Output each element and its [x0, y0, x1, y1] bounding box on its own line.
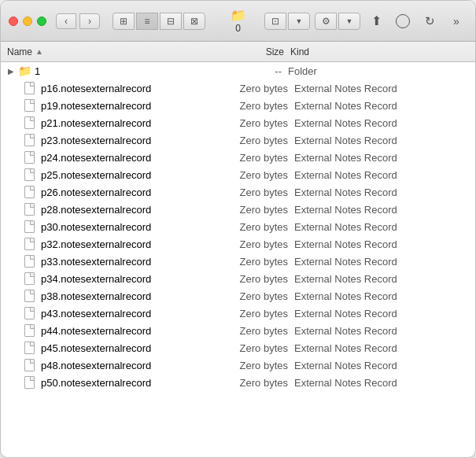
column-view-button[interactable]: ⊟: [160, 13, 182, 30]
file-name: p30.notesexternalrecord: [41, 221, 216, 233]
gear-chevron-icon: ▼: [346, 17, 353, 25]
folder-kind: Folder: [288, 65, 469, 77]
file-size: Zero bytes: [216, 169, 294, 181]
close-button[interactable]: [9, 17, 18, 26]
file-icon: [24, 220, 35, 233]
file-icon: [24, 168, 35, 181]
file-name: p43.notesexternalrecord: [41, 308, 216, 319]
file-kind: External Notes Record: [294, 377, 469, 389]
arrange-button[interactable]: ⊡: [264, 13, 286, 30]
file-row[interactable]: p50.notesexternalrecordZero bytesExterna…: [1, 374, 475, 391]
folder-icon: 📁: [231, 8, 246, 23]
arrange-icon: ⊡: [271, 16, 279, 27]
file-size: Zero bytes: [216, 83, 294, 94]
gallery-view-icon: ⊠: [190, 16, 198, 27]
file-name: p33.notesexternalrecord: [41, 256, 216, 268]
file-row[interactable]: p23.notesexternalrecordZero bytesExterna…: [1, 131, 475, 149]
file-size: Zero bytes: [216, 117, 294, 129]
toolbar-right: ⊡ ▼ ⚙ ▼ ⬆ ↻: [264, 13, 467, 30]
kind-label: Kind: [290, 46, 309, 57]
file-size: Zero bytes: [216, 377, 294, 389]
maximize-button[interactable]: [37, 17, 46, 26]
file-name: p24.notesexternalrecord: [41, 152, 216, 164]
file-row[interactable]: p34.notesexternalrecordZero bytesExterna…: [1, 270, 475, 287]
file-row[interactable]: p45.notesexternalrecordZero bytesExterna…: [1, 339, 475, 356]
file-name: p34.notesexternalrecord: [41, 273, 216, 285]
action-buttons: ⚙ ▼: [315, 13, 360, 30]
file-icon: [24, 359, 35, 371]
finder-window: ‹ › ⊞ ≡ ⊟ ⊠ 📁 0: [0, 0, 476, 458]
file-row[interactable]: p26.notesexternalrecordZero bytesExterna…: [1, 183, 475, 201]
file-row[interactable]: p30.notesexternalrecordZero bytesExterna…: [1, 218, 475, 235]
file-kind: External Notes Record: [294, 152, 469, 164]
file-size: Zero bytes: [216, 342, 294, 354]
tag-button[interactable]: [392, 13, 414, 30]
file-icon: [24, 203, 35, 216]
gear-button[interactable]: ⚙: [315, 13, 337, 30]
back-button[interactable]: ‹: [56, 13, 76, 29]
size-column-header[interactable]: Size: [212, 46, 290, 57]
file-row[interactable]: p44.notesexternalrecordZero bytesExterna…: [1, 322, 475, 339]
gallery-view-button[interactable]: ⊠: [183, 13, 205, 30]
file-row[interactable]: p32.notesexternalrecordZero bytesExterna…: [1, 235, 475, 253]
file-icon: [24, 99, 35, 112]
file-icon: [24, 290, 35, 302]
file-icon: [24, 134, 35, 146]
file-row[interactable]: p21.notesexternalrecordZero bytesExterna…: [1, 114, 475, 131]
file-icon: [24, 324, 35, 337]
file-name: p28.notesexternalrecord: [41, 204, 216, 216]
file-kind: External Notes Record: [294, 325, 469, 337]
file-size: Zero bytes: [216, 204, 294, 216]
file-row[interactable]: p43.notesexternalrecordZero bytesExterna…: [1, 305, 475, 322]
file-name: p38.notesexternalrecord: [41, 290, 216, 302]
list-view-button[interactable]: ≡: [136, 13, 158, 30]
more-button[interactable]: »: [445, 13, 467, 30]
file-size: Zero bytes: [216, 187, 294, 198]
file-row[interactable]: p24.notesexternalrecordZero bytesExterna…: [1, 149, 475, 166]
arrange-dropdown[interactable]: ▼: [288, 13, 310, 30]
file-kind: External Notes Record: [294, 117, 469, 129]
file-name: p50.notesexternalrecord: [41, 377, 216, 389]
file-row[interactable]: p16.notesexternalrecordZero bytesExterna…: [1, 79, 475, 97]
size-label: Size: [266, 46, 284, 57]
file-kind: External Notes Record: [294, 342, 469, 354]
forward-button[interactable]: ›: [79, 13, 100, 29]
file-name: p32.notesexternalrecord: [41, 238, 216, 250]
chevron-left-icon: ‹: [65, 16, 68, 27]
file-icon: [24, 151, 35, 164]
window-title-area: 📁 0: [231, 8, 246, 34]
icon-view-icon: ⊞: [120, 16, 127, 27]
column-view-icon: ⊟: [167, 16, 175, 27]
file-size: Zero bytes: [216, 100, 294, 112]
file-name: p26.notesexternalrecord: [41, 187, 216, 198]
traffic-lights: [9, 17, 46, 26]
file-row[interactable]: p19.notesexternalrecordZero bytesExterna…: [1, 97, 475, 114]
file-row[interactable]: p28.notesexternalrecordZero bytesExterna…: [1, 201, 475, 218]
file-list[interactable]: ▶ 📁 1 -- Folder p16.notesexternalrecordZ…: [1, 62, 475, 457]
file-icon: [24, 307, 35, 319]
file-size: Zero bytes: [216, 308, 294, 319]
file-size: Zero bytes: [216, 290, 294, 302]
folder-row[interactable]: ▶ 📁 1 -- Folder: [1, 62, 475, 79]
file-row[interactable]: p25.notesexternalrecordZero bytesExterna…: [1, 166, 475, 183]
icon-view-button[interactable]: ⊞: [113, 13, 135, 30]
file-kind: External Notes Record: [294, 187, 469, 198]
kind-column-header[interactable]: Kind: [290, 46, 469, 57]
minimize-button[interactable]: [23, 17, 32, 26]
file-row[interactable]: p48.notesexternalrecordZero bytesExterna…: [1, 356, 475, 374]
folder-size: --: [209, 65, 288, 77]
file-row[interactable]: p33.notesexternalrecordZero bytesExterna…: [1, 253, 475, 270]
folder-triangle-icon: ▶: [7, 67, 15, 75]
name-column-header[interactable]: Name ▲: [7, 46, 212, 57]
file-kind: External Notes Record: [294, 238, 469, 250]
file-icon: [24, 342, 35, 354]
file-icon: [24, 272, 35, 285]
gear-dropdown[interactable]: ▼: [338, 13, 360, 30]
refresh-button[interactable]: ↻: [419, 13, 441, 30]
file-size: Zero bytes: [216, 360, 294, 371]
file-name: p48.notesexternalrecord: [41, 360, 216, 371]
window-title: 0: [235, 23, 241, 34]
file-kind: External Notes Record: [294, 83, 469, 94]
share-button[interactable]: ⬆: [365, 13, 387, 30]
file-row[interactable]: p38.notesexternalrecordZero bytesExterna…: [1, 287, 475, 305]
